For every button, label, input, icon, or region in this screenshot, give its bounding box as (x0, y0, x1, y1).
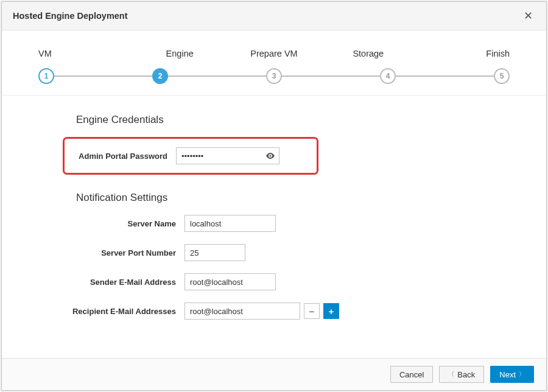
wizard-steps: VM Engine Prepare VM Storage Finish 1 2 … (2, 30, 546, 96)
admin-password-input-wrap (176, 147, 279, 164)
admin-password-input[interactable] (176, 147, 279, 164)
step-circle-3[interactable]: 3 (266, 68, 282, 84)
cancel-button[interactable]: Cancel (390, 366, 433, 383)
step-connector (168, 75, 266, 77)
hosted-engine-deployment-dialog: Hosted Engine Deployment ✕ VM Engine Pre… (1, 1, 547, 391)
step-circle-1[interactable]: 1 (38, 68, 54, 84)
dialog-title: Hosted Engine Deployment (13, 11, 128, 21)
back-button[interactable]: 〈 Back (439, 366, 484, 383)
admin-password-label: Admin Portal Password (76, 152, 176, 161)
minus-icon: − (309, 306, 315, 317)
server-name-row: Server Name (63, 215, 510, 232)
sender-email-input[interactable] (184, 273, 276, 290)
server-port-row: Server Port Number (63, 244, 510, 261)
step-connector (396, 75, 494, 77)
sender-email-label: Sender E-Mail Address (63, 278, 184, 287)
step-prepare-vm: Prepare VM (227, 49, 321, 66)
dialog-body: Engine Credentials Admin Portal Password… (2, 96, 546, 358)
cancel-button-label: Cancel (399, 370, 424, 379)
step-circle-2[interactable]: 2 (152, 68, 168, 84)
recipient-email-label: Recipient E-Mail Addresses (63, 307, 184, 316)
remove-recipient-button[interactable]: − (304, 303, 320, 319)
dialog-header: Hosted Engine Deployment ✕ (2, 2, 546, 30)
step-finish: Finish (415, 49, 510, 66)
step-circles-row: 1 2 3 4 5 (38, 68, 510, 84)
recipient-email-input[interactable] (184, 303, 300, 320)
step-circle-4[interactable]: 4 (380, 68, 396, 84)
step-engine: Engine (133, 49, 227, 66)
next-button[interactable]: Next 〉 (490, 366, 534, 383)
notification-settings-heading: Notification Settings (76, 192, 510, 204)
server-name-input[interactable] (184, 215, 276, 232)
server-name-label: Server Name (63, 219, 184, 228)
server-port-label: Server Port Number (63, 248, 184, 257)
close-button[interactable]: ✕ (521, 9, 535, 23)
sender-email-row: Sender E-Mail Address (63, 273, 510, 290)
step-labels-row: VM Engine Prepare VM Storage Finish (38, 49, 510, 66)
add-recipient-button[interactable]: + (323, 303, 339, 319)
step-circle-5[interactable]: 5 (494, 68, 510, 84)
plus-icon: + (329, 306, 334, 317)
eye-icon (265, 153, 275, 159)
step-connector (54, 75, 152, 77)
admin-password-row: Admin Portal Password (76, 147, 306, 164)
chevron-left-icon: 〈 (448, 370, 454, 379)
step-storage: Storage (321, 49, 415, 66)
back-button-label: Back (457, 370, 475, 379)
admin-password-highlight: Admin Portal Password (63, 137, 318, 175)
dialog-footer: Cancel 〈 Back Next 〉 (2, 358, 546, 390)
next-button-label: Next (499, 370, 516, 379)
server-port-input[interactable] (184, 244, 245, 261)
chevron-right-icon: 〉 (519, 370, 525, 379)
step-vm: VM (38, 49, 133, 66)
recipient-email-row: Recipient E-Mail Addresses − + (63, 303, 510, 320)
engine-credentials-heading: Engine Credentials (76, 114, 510, 126)
svg-point-0 (270, 155, 272, 157)
step-connector (282, 75, 380, 77)
reveal-password-icon[interactable] (265, 153, 275, 159)
